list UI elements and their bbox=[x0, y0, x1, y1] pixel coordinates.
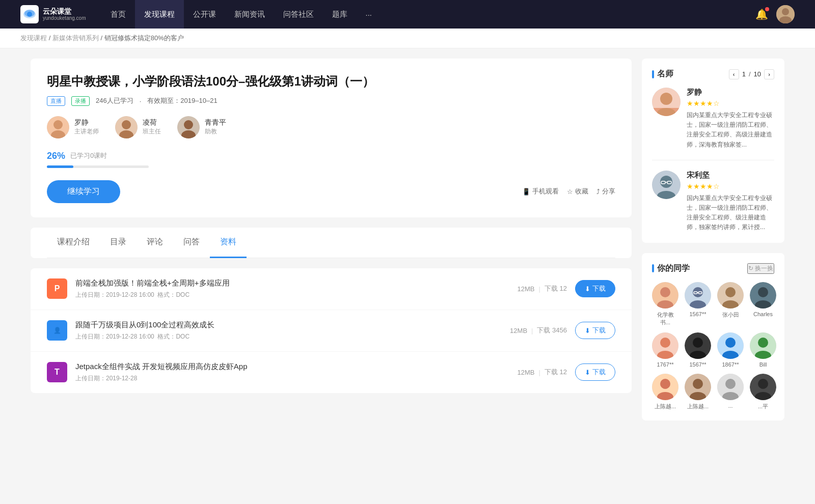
download-icon-1: ⬇ bbox=[585, 285, 590, 293]
resource-icon-2: 👤 bbox=[47, 320, 67, 341]
nav-more[interactable]: ··· bbox=[357, 0, 382, 29]
breadcrumb-link-series[interactable]: 新媒体营销系列 bbox=[52, 34, 99, 42]
page-total: 10 bbox=[754, 70, 761, 78]
resource-size-3: 12MB bbox=[518, 369, 535, 376]
classmate-name-7: 1867** bbox=[722, 361, 739, 368]
nav-qa[interactable]: 问答社区 bbox=[274, 0, 323, 29]
classmate-1[interactable]: 化学教书... bbox=[652, 282, 678, 326]
classmate-2[interactable]: 1567** bbox=[685, 282, 711, 326]
teacher-item-2: 宋利坚 ★★★★☆ 国内某重点大学安全工程专业硕士，国家一级注册消防工程师、注册… bbox=[652, 171, 774, 233]
download-button-3[interactable]: ⬇ 下载 bbox=[575, 363, 615, 381]
svg-point-13 bbox=[184, 120, 193, 129]
svg-point-2 bbox=[27, 12, 32, 17]
classmate-avatar-4 bbox=[750, 282, 776, 309]
download-button-2[interactable]: ⬇ 下载 bbox=[575, 322, 615, 339]
svg-point-20 bbox=[660, 176, 672, 188]
tab-toc[interactable]: 目录 bbox=[100, 228, 137, 258]
nav-home[interactable]: 首页 bbox=[101, 0, 135, 29]
svg-point-4 bbox=[782, 8, 789, 15]
svg-point-26 bbox=[660, 287, 670, 297]
progress-bar-fill bbox=[47, 165, 73, 168]
classmate-avatar-11 bbox=[717, 374, 744, 400]
classmate-name-6: 1567** bbox=[689, 361, 706, 368]
svg-point-44 bbox=[693, 338, 703, 348]
instructor-role-2: 班主任 bbox=[143, 127, 161, 136]
classmate-6[interactable]: 1567** bbox=[685, 332, 711, 368]
resource-item-2: 👤 跟随千万级项目从0到100全过程高效成长 上传日期：2019-12-28 1… bbox=[31, 310, 632, 352]
breadcrumb-link-discover[interactable]: 发现课程 bbox=[20, 34, 47, 42]
instructor-info-1: 罗静 主讲老师 bbox=[74, 118, 99, 136]
breadcrumb: 发现课程 / 新媒体营销系列 / 销冠修炼术搞定80%的客户 bbox=[0, 29, 815, 48]
instructor-name-1: 罗静 bbox=[74, 118, 99, 127]
classmate-name-4: Charles bbox=[753, 311, 773, 317]
favorite-button[interactable]: ☆ 收藏 bbox=[567, 187, 588, 196]
teacher-name-2: 宋利坚 bbox=[687, 171, 774, 180]
nav-open[interactable]: 公开课 bbox=[184, 0, 225, 29]
download-icon-3: ⬇ bbox=[585, 369, 590, 376]
progress-label: 26% 已学习0课时 bbox=[47, 151, 615, 161]
tab-resources[interactable]: 资料 bbox=[210, 228, 247, 258]
classmate-8[interactable]: Bill bbox=[750, 332, 776, 368]
notification-bell[interactable]: 🔔 bbox=[755, 8, 768, 20]
title-bar-icon-2 bbox=[652, 264, 654, 272]
classmate-avatar-9 bbox=[652, 374, 678, 400]
tab-intro[interactable]: 课程介绍 bbox=[47, 228, 100, 258]
svg-point-50 bbox=[758, 338, 768, 348]
classmate-name-1: 化学教书... bbox=[652, 311, 678, 326]
resource-name-2: 跟随千万级项目从0到100全过程高效成长 bbox=[75, 320, 502, 330]
resource-name-3: Jetpack全组件实战 开发短视频应用高仿皮皮虾App bbox=[75, 362, 509, 372]
mobile-watch-button[interactable]: 📱 手机观看 bbox=[522, 187, 559, 196]
teacher-stars-2: ★★★★☆ bbox=[687, 182, 774, 190]
teachers-pagination: ‹ 1/10 › bbox=[729, 69, 774, 79]
classmate-7[interactable]: 1867** bbox=[717, 332, 744, 368]
svg-point-53 bbox=[660, 379, 670, 389]
classmate-avatar-2 bbox=[685, 282, 711, 309]
user-avatar[interactable] bbox=[776, 5, 795, 23]
classmate-11[interactable]: ... bbox=[717, 374, 744, 410]
download-button-1[interactable]: ⬇ 下载 bbox=[575, 280, 615, 297]
breadcrumb-current: 销冠修炼术搞定80%的客户 bbox=[104, 34, 184, 42]
classmate-9[interactable]: 上陈越... bbox=[652, 374, 678, 410]
classmate-name-12: ...平 bbox=[758, 403, 768, 410]
progress-bar-bg bbox=[47, 165, 149, 168]
classmate-5[interactable]: 1767** bbox=[652, 332, 678, 368]
logo[interactable]: 云朵课堂 yundouketang.com bbox=[20, 5, 86, 23]
content-left: 明星中教授课，小学阶段语法100分–强化级第1讲动词（一） 直播 录播 246人… bbox=[31, 59, 632, 431]
instructor-role-1: 主讲老师 bbox=[74, 127, 99, 136]
tag-record: 录播 bbox=[71, 96, 90, 106]
student-count: 246人已学习 bbox=[96, 96, 133, 105]
main-container: 明星中教授课，小学阶段语法100分–强化级第1讲动词（一） 直播 录播 246人… bbox=[10, 48, 805, 441]
resource-info-2: 跟随千万级项目从0到100全过程高效成长 上传日期：2019-12-28 16:… bbox=[75, 320, 502, 341]
classmates-card: 你的同学 ↻ 换一换 bbox=[642, 253, 784, 421]
progress-section: 26% 已学习0课时 bbox=[47, 151, 615, 168]
nav-news[interactable]: 新闻资讯 bbox=[225, 0, 274, 29]
teacher-avatar-2 bbox=[652, 171, 681, 199]
classmate-12[interactable]: ...平 bbox=[750, 374, 776, 410]
next-teacher-button[interactable]: › bbox=[764, 69, 774, 79]
classmate-name-11: ... bbox=[728, 403, 732, 409]
tab-comment[interactable]: 评论 bbox=[137, 228, 173, 258]
classmate-4[interactable]: Charles bbox=[750, 282, 776, 326]
tabs-resources: 课程介绍 目录 评论 问答 资料 P 前端全栈加强版！前端全栈+全周期+多端应用… bbox=[31, 228, 632, 393]
nav-discover[interactable]: 发现课程 bbox=[135, 0, 184, 29]
classmate-avatar-7 bbox=[717, 332, 744, 359]
classmate-10[interactable]: 上陈越... bbox=[685, 374, 711, 410]
navbar: 云朵课堂 yundouketang.com 首页 发现课程 公开课 新闻资讯 问… bbox=[0, 0, 815, 29]
teacher-item-1: 罗静 ★★★★☆ 国内某重点大学安全工程专业硕士，国家一级注册消防工程师、注册安… bbox=[652, 88, 774, 160]
svg-point-62 bbox=[758, 379, 768, 389]
classmate-avatar-8 bbox=[750, 332, 776, 359]
resource-downloads-1: 下载 12 bbox=[545, 284, 567, 293]
refresh-icon: ↻ bbox=[748, 265, 753, 272]
share-button[interactable]: ⤴ 分享 bbox=[596, 187, 615, 196]
prev-teacher-button[interactable]: ‹ bbox=[729, 69, 739, 79]
sidebar: 名师 ‹ 1/10 › bbox=[642, 59, 784, 431]
tab-qa[interactable]: 问答 bbox=[173, 228, 210, 258]
nav-quiz[interactable]: 题库 bbox=[323, 0, 357, 29]
classmate-3[interactable]: 张小田 bbox=[717, 282, 744, 326]
teacher-desc-1: 国内某重点大学安全工程专业硕士，国家一级注册消防工程师、注册安全工程师、高级注册… bbox=[687, 110, 774, 150]
logo-icon bbox=[20, 5, 39, 23]
continue-study-button[interactable]: 继续学习 bbox=[47, 180, 120, 203]
classmate-avatar-10 bbox=[685, 374, 711, 400]
refresh-button[interactable]: ↻ 换一换 bbox=[747, 263, 774, 274]
classmates-grid: 化学教书... 1567** bbox=[652, 282, 774, 410]
